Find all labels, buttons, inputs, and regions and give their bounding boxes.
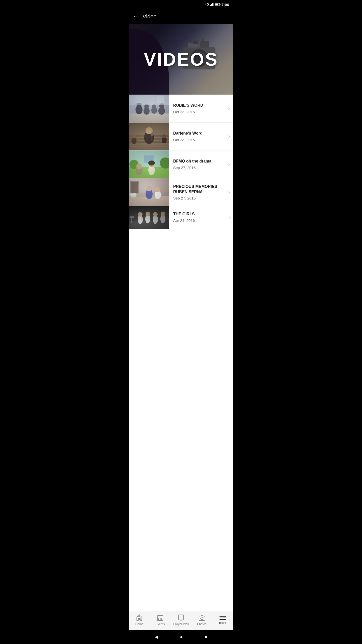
svg-point-25 (158, 107, 165, 115)
svg-rect-48 (144, 155, 154, 163)
svg-rect-44 (129, 150, 169, 167)
thumbnail-5 (129, 206, 169, 229)
video-date-3: Sep 27, 2016 (173, 166, 224, 170)
status-icons: 4G 7:06 (205, 3, 229, 7)
svg-point-19 (135, 105, 143, 114)
svg-point-40 (132, 134, 136, 138)
thumbnail-3 (129, 150, 169, 178)
svg-point-59 (130, 193, 137, 197)
svg-point-36 (146, 127, 153, 134)
svg-rect-56 (137, 193, 162, 197)
svg-rect-31 (129, 123, 169, 150)
nav-events[interactable]: Events (150, 614, 171, 626)
video-title-4: PRECIOUS MEMORIES - RUBEN SERNA (173, 184, 224, 195)
page-title: Video (143, 13, 157, 20)
nav-photos[interactable]: Photos (191, 614, 212, 626)
svg-point-39 (131, 137, 137, 144)
svg-point-76 (160, 214, 165, 223)
thumbnail-4 (129, 178, 169, 206)
svg-rect-14 (200, 41, 209, 48)
thumb-image-1 (129, 95, 169, 122)
svg-point-38 (151, 133, 153, 136)
signal-icon: 4G (205, 3, 209, 6)
nav-home[interactable]: Home (129, 614, 150, 626)
thumb-image-4 (129, 178, 169, 206)
svg-point-35 (144, 131, 154, 144)
thumbnail-2 (129, 123, 169, 150)
svg-point-52 (149, 162, 154, 167)
video-item-5[interactable]: THE GIRLS Apr 24, 2016 › (129, 206, 233, 229)
back-button[interactable]: ← (133, 13, 139, 20)
nav-more[interactable]: More (212, 616, 233, 625)
thumb-image-3 (129, 150, 169, 178)
svg-point-47 (160, 157, 169, 169)
svg-rect-18 (129, 113, 169, 122)
svg-rect-2 (212, 3, 213, 6)
svg-rect-27 (129, 95, 169, 105)
more-icon (219, 616, 226, 620)
video-info-5: THE GIRLS Apr 24, 2016 (169, 210, 228, 226)
svg-point-24 (152, 104, 156, 108)
nav-more-label: More (219, 621, 226, 625)
svg-point-20 (137, 102, 142, 107)
svg-rect-45 (129, 167, 169, 178)
video-item-3[interactable]: BFMQ oh the drama Sep 27, 2016 › (129, 150, 233, 178)
svg-rect-58 (131, 182, 138, 193)
svg-rect-57 (130, 181, 139, 193)
video-item-4[interactable]: PRECIOUS MEMORIES - RUBEN SERNA Sep 27, … (129, 178, 233, 206)
svg-rect-15 (202, 39, 204, 42)
svg-point-26 (159, 103, 164, 108)
android-nav-bar: ◀ ● ■ (129, 630, 233, 644)
bottom-navigation: Home Events Prayer Wall (129, 611, 233, 630)
svg-point-65 (155, 187, 160, 192)
svg-rect-86 (161, 618, 162, 619)
svg-point-41 (162, 137, 167, 143)
hero-title: VIDEOS (144, 49, 218, 70)
nav-prayer-wall[interactable]: Prayer Wall (171, 614, 192, 626)
svg-point-61 (133, 193, 136, 195)
svg-point-93 (201, 617, 203, 620)
svg-point-60 (130, 193, 133, 196)
svg-point-94 (203, 617, 204, 618)
thumb-image-5 (129, 206, 169, 229)
video-item-1[interactable]: RUBIE'S WORD Oct 23, 2016 › (129, 95, 233, 123)
video-info-1: RUBIE'S WORD Oct 23, 2016 (169, 100, 228, 117)
android-recent-button[interactable]: ■ (204, 634, 207, 640)
svg-rect-84 (158, 618, 159, 619)
nav-prayer-label: Prayer Wall (173, 622, 189, 626)
svg-point-21 (144, 107, 150, 115)
svg-rect-68 (131, 216, 132, 223)
svg-rect-43 (129, 150, 169, 178)
nav-photos-label: Photos (197, 622, 206, 626)
chevron-3: › (228, 161, 233, 168)
prayer-wall-icon (177, 614, 185, 621)
thumbnail-1 (129, 95, 169, 122)
android-home-button[interactable]: ● (180, 634, 183, 640)
svg-point-46 (129, 160, 139, 169)
svg-point-71 (138, 212, 143, 217)
video-date-1: Oct 23, 2016 (173, 110, 224, 114)
svg-rect-13 (193, 41, 198, 44)
svg-point-50 (136, 164, 142, 169)
svg-rect-66 (129, 206, 169, 229)
svg-point-75 (153, 212, 158, 217)
hero-banner: VIDEOS (129, 24, 233, 95)
svg-point-49 (135, 167, 143, 175)
svg-rect-17 (129, 95, 169, 122)
video-title-5: THE GIRLS (173, 212, 224, 217)
svg-rect-30 (129, 123, 169, 150)
android-back-button[interactable]: ◀ (155, 634, 158, 640)
video-date-4: Sep 27, 2016 (173, 196, 224, 200)
video-list: RUBIE'S WORD Oct 23, 2016 › (129, 95, 233, 611)
svg-point-22 (144, 104, 149, 109)
home-icon (136, 614, 143, 621)
video-item-2[interactable]: Darlene's Word Oct 23, 2016 › (129, 123, 233, 150)
svg-rect-37 (152, 135, 152, 140)
svg-rect-5 (220, 4, 220, 5)
svg-point-51 (148, 165, 155, 175)
svg-rect-28 (134, 96, 142, 103)
svg-rect-1 (211, 4, 212, 6)
thumb-image-2 (129, 123, 169, 150)
svg-rect-3 (213, 3, 214, 6)
svg-rect-0 (210, 5, 211, 6)
